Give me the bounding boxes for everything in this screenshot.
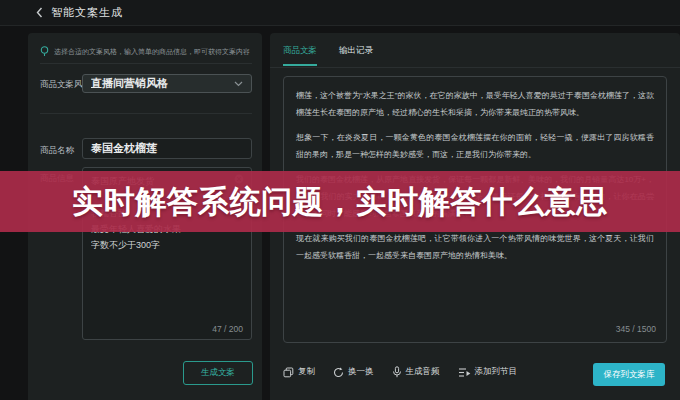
tab-product-copy[interactable]: 商品文案 (283, 45, 317, 65)
copy-paragraph: 榴莲，这个被誉为“水果之王”的家伙，在它的家族中，最受年轻人喜爱的莫过于泰国金枕… (296, 87, 654, 121)
divider (270, 67, 680, 68)
copy-paragraph: 现在就来购买我们的泰国金枕榴莲吧，让它带领你进入一个热带风情的味觉世界，这个夏天… (296, 230, 654, 264)
product-info-textarea[interactable]: 泰国原产地发货 软糯香甜 最受年轻人喜爱的水果 字数不少于300字 47 / 2… (82, 167, 252, 340)
generate-audio-button[interactable]: 生成音频 (392, 366, 440, 378)
hint-row: 选择合适的文案风格，输入简单的商品信息，即可获得文案内容 (40, 46, 252, 57)
copy-toolbar: 复制 换一换 生成音频 添加到节目 (283, 366, 517, 378)
save-to-library-button[interactable]: 保存到文案库 (593, 363, 665, 386)
hint-text: 选择合适的文案风格，输入简单的商品信息，即可获得文案内容 (54, 47, 250, 57)
page-title: 智能文案生成 (51, 5, 123, 20)
product-name-input[interactable]: 泰国金枕榴莲 (82, 138, 252, 159)
info-line: 软糯香甜 (91, 205, 243, 221)
info-line (91, 189, 243, 205)
info-line: 泰国原产地发货 (91, 173, 243, 189)
copy-icon (283, 367, 294, 378)
divider (40, 113, 252, 114)
add-to-program-button[interactable]: 添加到节目 (458, 366, 518, 378)
playlist-add-icon (458, 367, 471, 378)
output-panel: 商品文案 输出记录 榴莲，这个被誉为“水果之王”的家伙，在它的家族中，最受年轻人… (270, 33, 680, 400)
clear-icon[interactable] (234, 174, 244, 184)
name-field-label: 商品名称 (40, 145, 74, 157)
product-name-value: 泰国金枕榴莲 (91, 141, 157, 156)
style-dropdown-value: 直播间营销风格 (91, 76, 234, 91)
char-counter: 47 / 200 (212, 324, 243, 334)
tab-output-history[interactable]: 输出记录 (339, 45, 373, 65)
tip-icon (40, 46, 49, 57)
char-counter: 345 / 1500 (616, 324, 656, 334)
chevron-down-icon (234, 81, 243, 87)
style-dropdown[interactable]: 直播间营销风格 (82, 74, 252, 93)
copy-button[interactable]: 复制 (283, 366, 315, 378)
copy-paragraph: 我们的泰国金枕榴莲，从原产地直接发货，保证每一颗都是新鲜、美味的，我们的月销量高… (296, 171, 654, 222)
regenerate-button[interactable]: 换一换 (333, 366, 374, 378)
info-line: 最受年轻人喜爱的水果 (91, 221, 243, 237)
copy-paragraph: 想象一下，在炎炎夏日，一颗金黄色的泰国金枕榴莲摆在你的面前，轻轻一撬，便露出了四… (296, 129, 654, 163)
info-field-label: 商品信息 (40, 173, 74, 185)
generate-button[interactable]: 生成文案 (183, 361, 253, 385)
tab-bar: 商品文案 输出记录 (283, 45, 373, 65)
microphone-icon (392, 366, 402, 378)
back-chevron-icon (36, 7, 43, 18)
info-line: 字数不少于300字 (91, 237, 243, 253)
generated-copy-box[interactable]: 榴莲，这个被誉为“水果之王”的家伙，在它的家族中，最受年轻人喜爱的莫过于泰国金枕… (283, 76, 667, 343)
active-tab-underline (283, 64, 317, 66)
refresh-icon (333, 367, 344, 378)
top-navbar: 智能文案生成 (0, 0, 680, 26)
back-button[interactable]: 智能文案生成 (36, 5, 123, 20)
divider (40, 63, 252, 64)
settings-panel: 选择合适的文案风格，输入简单的商品信息，即可获得文案内容 商品文案风格 直播间营… (28, 33, 262, 400)
